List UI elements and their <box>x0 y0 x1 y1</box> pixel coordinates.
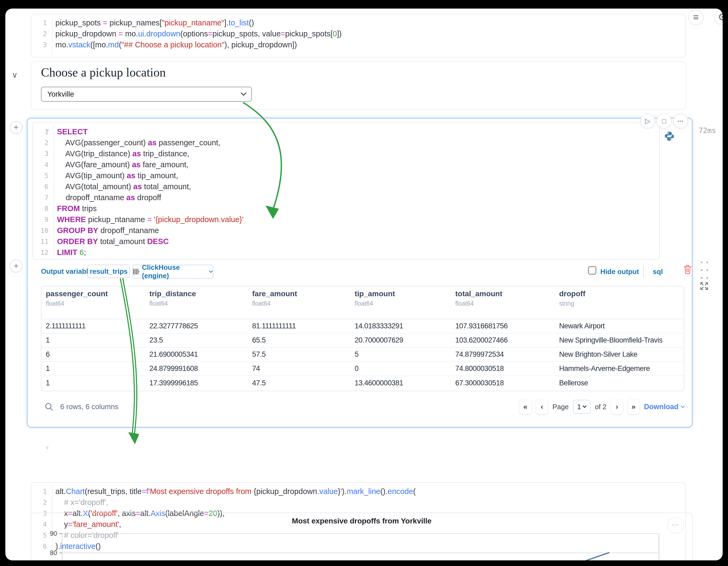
code-text: WHERE pickup_ntaname = '{pickup_dropdown… <box>57 214 244 225</box>
code-text: pickup_spots = pickup_names["pickup_ntan… <box>55 17 254 28</box>
expand-icon[interactable] <box>699 281 709 291</box>
code-text: dropoff_ntaname as dropoff <box>57 192 161 203</box>
next-page-button[interactable]: › <box>611 399 623 414</box>
code-text: alt.Chart(result_trips, title=f'Most exp… <box>55 486 416 497</box>
page-total-label: of 2 <box>595 403 606 411</box>
cell-more-options-button[interactable]: ••• <box>673 113 688 128</box>
hide-output-checkbox[interactable] <box>588 266 596 275</box>
code-line: 2 AVG(passenger_count) as passenger_coun… <box>33 137 659 148</box>
add-cell-button[interactable]: + <box>10 121 22 134</box>
divider <box>643 265 644 278</box>
code-line: 3 AVG(trip_distance) as trip_distance, <box>33 148 659 159</box>
cell-sql[interactable]: 1SELECT2 AVG(passenger_count) as passeng… <box>27 118 693 428</box>
column-header-dropoff[interactable]: dropoffstring <box>555 290 684 319</box>
code-line: 8FROM trips <box>33 203 659 214</box>
stop-cell-button[interactable]: □ <box>657 113 672 128</box>
arrowhead <box>128 432 139 444</box>
code-line: 3mo.vstack([mo.md("## Choose a pickup lo… <box>31 39 685 50</box>
column-header-fare_amount[interactable]: fare_amountfloat64 <box>248 290 350 319</box>
last-page-button[interactable]: » <box>627 399 640 414</box>
first-page-button[interactable]: « <box>519 399 532 414</box>
line-number: 1 <box>31 17 47 28</box>
code-line: 1alt.Chart(result_trips, title=f'Most ex… <box>31 486 685 497</box>
table-cell: 107.9316681756 <box>451 322 555 330</box>
menu-button[interactable]: ≡ <box>688 9 704 25</box>
hide-output-label[interactable]: Hide output <box>600 268 639 276</box>
page-label: Page <box>552 403 569 411</box>
notebook-canvas: ≡ ⚙ 1pickup_spots = pickup_names["pickup… <box>5 9 723 560</box>
output-variable-field[interactable]: result_trips <box>88 265 130 278</box>
column-header-tip_amount[interactable]: tip_amountfloat64 <box>350 290 451 319</box>
code-line: 2 # x='dropoff', <box>31 497 685 508</box>
table-cell: New Springville-Bloomfield-Travis <box>555 336 684 344</box>
column-header-total_amount[interactable]: total_amountfloat64 <box>451 290 555 319</box>
table-cell: 57.5 <box>248 350 350 359</box>
code-editor-sql[interactable]: 1SELECT2 AVG(passenger_count) as passeng… <box>32 122 660 260</box>
page-title: Choose a pickup location <box>41 65 166 79</box>
code-text: ORDER BY total_amount DESC <box>57 236 169 247</box>
fold-chevron-icon[interactable]: ∨ <box>46 127 49 133</box>
table-row: 621.690000534157.5574.8799972534New Brig… <box>41 348 684 362</box>
gutter-divider <box>54 125 54 256</box>
code-line: 10GROUP BY dropoff_ntaname <box>33 225 659 236</box>
dropdown-selected-value: Yorkville <box>47 90 74 98</box>
previous-page-button[interactable]: ‹ <box>536 399 548 414</box>
line-chart[interactable]: 90 80 <box>31 513 693 560</box>
cell-runtime: 72ms <box>699 126 716 135</box>
settings-button[interactable]: ⚙ <box>714 9 723 25</box>
table-cell: 5 <box>350 350 451 359</box>
chevron-down-icon <box>209 270 213 273</box>
table-cell: 22.3277778625 <box>145 322 248 330</box>
code-editor-python[interactable]: 1pickup_spots = pickup_names["pickup_nta… <box>31 17 685 50</box>
page-number-select[interactable]: 1 <box>573 400 591 414</box>
play-icon: ▷ <box>645 117 650 125</box>
code-line: 11ORDER BY total_amount DESC <box>33 236 659 247</box>
table-cell: 13.4600000381 <box>350 379 451 387</box>
chevron-down-icon <box>241 92 247 96</box>
table-row: 2.111111111122.327777862581.111111111114… <box>41 319 684 333</box>
run-cell-button[interactable]: ▷ <box>640 113 655 128</box>
table-cell: 14.0183333291 <box>350 322 451 330</box>
table-header-row: passenger_countfloat64trip_distancefloat… <box>41 286 684 319</box>
fold-chevron-icon[interactable]: ∨ <box>45 445 49 450</box>
code-line: 6 AVG(total_amount) as total_amount, <box>33 181 659 192</box>
code-text: mo.vstack([mo.md("## Choose a pickup loc… <box>55 39 297 50</box>
ellipsis-icon: ••• <box>678 119 684 123</box>
table-cell: New Brighton-Silver Lake <box>555 350 684 359</box>
table-cell: Hammels-Arverne-Edgemere <box>555 364 684 373</box>
table-cell: 74.8000030518 <box>451 364 555 373</box>
search-icon[interactable] <box>45 402 53 411</box>
engine-selector[interactable]: ClickHouse (engine) <box>132 265 213 279</box>
table-row: 124.879999160874074.8000030518Hammels-Ar… <box>41 362 684 376</box>
collapse-chevron-icon[interactable]: ∨ <box>12 70 18 79</box>
add-cell-button[interactable]: + <box>10 260 22 272</box>
drag-handle[interactable] <box>701 261 708 279</box>
column-header-trip_distance[interactable]: trip_distancefloat64 <box>145 290 248 319</box>
table-cell: 65.5 <box>248 336 350 344</box>
delete-cell-button[interactable] <box>683 265 692 275</box>
table-row: 117.399999618547.513.460000038167.300003… <box>41 376 684 390</box>
table-cell: Newark Airport <box>555 322 684 330</box>
line-number: 2 <box>31 497 47 508</box>
download-button[interactable]: Download <box>644 403 685 411</box>
line-number: 2 <box>33 137 48 148</box>
line-number: 6 <box>33 181 48 192</box>
language-badge-sql[interactable]: sql <box>653 268 663 276</box>
cell-python-setup[interactable]: 1pickup_spots = pickup_names["pickup_nta… <box>31 14 686 58</box>
column-header-passenger_count[interactable]: passenger_countfloat64 <box>41 290 145 319</box>
code-text: FROM trips <box>57 203 97 214</box>
code-line: 5 AVG(tip_amount) as tip_amount, <box>33 170 659 181</box>
code-line: 12LIMIT 6; <box>33 247 659 258</box>
code-text: SELECT <box>57 126 88 137</box>
stop-square-icon: □ <box>662 117 666 125</box>
table-cell: 47.5 <box>248 379 350 387</box>
fare-amount-line <box>571 553 609 560</box>
table-summary: 6 rows, 6 columns <box>60 403 119 411</box>
output-variable-label: Output variable: <box>41 267 94 276</box>
table-cell: 81.1111111111 <box>248 322 350 330</box>
table-cell: Bellerose <box>555 379 684 387</box>
table-row: 123.565.520.7000007629103.6200027466New … <box>41 333 684 348</box>
line-number: 11 <box>33 236 48 247</box>
table-cell: 103.6200027466 <box>451 336 555 344</box>
pickup-location-dropdown[interactable]: Yorkville <box>41 87 252 102</box>
